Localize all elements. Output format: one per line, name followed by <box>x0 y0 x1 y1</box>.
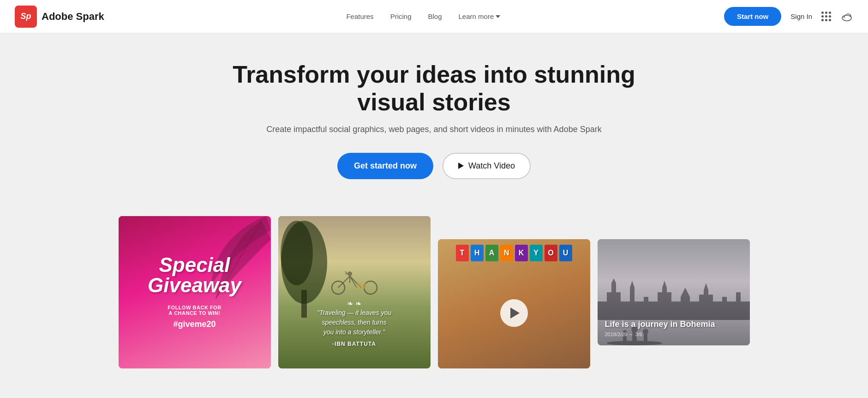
play-triangle-icon <box>510 308 520 319</box>
thank-you-letters: T H A N K Y O U <box>438 245 590 261</box>
card-4-content: Life is a journey in Bohemia 2018/2/20 ～… <box>605 320 715 338</box>
quote-author: -IBN BATTUTA <box>317 341 391 347</box>
gallery-section: SpecialGiveaway Follow Back ForA Chance … <box>0 216 868 368</box>
get-started-button[interactable]: Get started now <box>337 153 433 179</box>
wreath-icon: ❧ ❧ <box>317 299 391 308</box>
nav-right: Start now Sign In <box>724 7 853 26</box>
hero-section: Transform your ideas into stunning visua… <box>0 33 868 216</box>
chevron-down-icon <box>496 15 500 18</box>
card-bohemia-story[interactable]: Life is a journey in Bohemia 2018/2/20 ～… <box>598 239 750 345</box>
nav-blog[interactable]: Blog <box>428 12 442 20</box>
svg-point-4 <box>281 221 313 285</box>
play-icon <box>458 163 464 169</box>
nav-features[interactable]: Features <box>346 12 373 20</box>
card-2-content: ❧ ❧ "Traveling — it leaves youspeechless… <box>306 292 402 355</box>
watch-video-label: Watch Video <box>468 161 515 171</box>
hero-title: Transform your ideas into stunning visua… <box>204 61 665 116</box>
card-thank-you-video[interactable]: T H A N K Y O U <box>438 239 590 368</box>
giveaway-hashtag: #giveme20 <box>148 320 241 329</box>
svg-point-8 <box>356 282 367 289</box>
start-now-button[interactable]: Start now <box>724 7 781 26</box>
logo-icon: Sp <box>15 6 37 28</box>
letter-k: K <box>515 245 528 261</box>
watch-video-button[interactable]: Watch Video <box>443 153 531 179</box>
letter-h: H <box>471 245 484 261</box>
logo-link[interactable]: Sp Adobe Spark <box>15 6 104 28</box>
card-travel-quote[interactable]: ❧ ❧ "Traveling — it leaves youspeechless… <box>278 216 431 368</box>
cloud-icon[interactable] <box>840 10 853 23</box>
letter-t: T <box>456 245 469 261</box>
giveaway-title: SpecialGiveaway <box>148 255 241 295</box>
travel-quote: "Traveling — it leaves youspeechless, th… <box>317 308 391 337</box>
letter-o: O <box>545 245 557 261</box>
nav-learn-more[interactable]: Learn more <box>459 12 501 20</box>
play-button[interactable] <box>500 299 528 327</box>
letter-n: N <box>500 245 513 261</box>
gallery-inner: SpecialGiveaway Follow Back ForA Chance … <box>91 216 778 368</box>
bohemia-date: 2018/2/20 ～ 3/6 <box>605 331 715 338</box>
sign-in-link[interactable]: Sign In <box>790 12 812 20</box>
svg-point-0 <box>842 15 851 21</box>
letter-a: A <box>485 245 498 261</box>
nav-links: Features Pricing Blog Learn more <box>123 12 724 20</box>
svg-point-7 <box>347 271 352 276</box>
hero-buttons: Get started now Watch Video <box>15 153 853 179</box>
card-special-giveaway[interactable]: SpecialGiveaway Follow Back ForA Chance … <box>119 216 271 368</box>
nav-pricing[interactable]: Pricing <box>390 12 412 20</box>
brand-name: Adobe Spark <box>42 11 104 23</box>
letter-u: U <box>559 245 572 261</box>
bohemia-title: Life is a journey in Bohemia <box>605 320 715 329</box>
city-skyline-icon <box>598 274 750 320</box>
hero-subtitle: Create impactful social graphics, web pa… <box>15 125 853 134</box>
letter-y: Y <box>530 245 543 261</box>
navbar: Sp Adobe Spark Features Pricing Blog Lea… <box>0 0 868 33</box>
giveaway-subtitle: Follow Back ForA Chance To Win! <box>148 305 241 316</box>
apps-grid-icon[interactable] <box>821 12 831 21</box>
card-1-content: SpecialGiveaway Follow Back ForA Chance … <box>138 246 251 338</box>
